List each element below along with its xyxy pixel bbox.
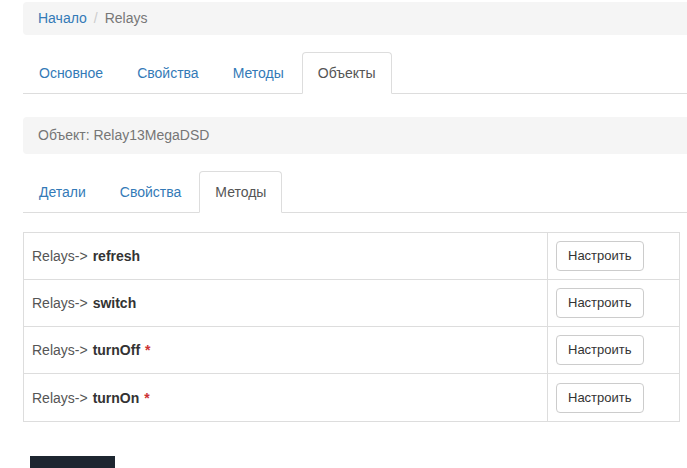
table-row-refresh: Relays-> refresh Настроить bbox=[24, 233, 679, 280]
tab-osnovnoe[interactable]: Основное bbox=[23, 52, 119, 93]
required-marker: * bbox=[144, 390, 149, 406]
main-tab-bar: Основное Свойства Методы Объекты bbox=[23, 52, 687, 94]
table-row-turnon: Relays-> turnOn * Настроить bbox=[24, 374, 679, 421]
tab-svoystva[interactable]: Свойства bbox=[121, 52, 214, 93]
method-object-prefix: Relays-> bbox=[32, 342, 88, 358]
method-cell: Relays-> turnOff * bbox=[24, 327, 547, 373]
tab-metody[interactable]: Методы bbox=[217, 52, 300, 93]
method-cell: Relays-> turnOn * bbox=[24, 374, 547, 421]
table-row-switch: Relays-> switch Настроить bbox=[24, 280, 679, 327]
subtab-svoystva[interactable]: Свойства bbox=[104, 171, 197, 212]
table-row-turnoff: Relays-> turnOff * Настроить bbox=[24, 327, 679, 374]
object-sub-tab-bar: Детали Свойства Методы bbox=[23, 171, 687, 213]
page: Начало/Relays Основное Свойства Методы О… bbox=[0, 0, 687, 468]
method-cell: Relays-> switch bbox=[24, 280, 547, 326]
breadcrumb: Начало/Relays bbox=[23, 2, 687, 35]
breadcrumb-home-link[interactable]: Начало bbox=[38, 10, 87, 26]
configure-button-turnon[interactable]: Настроить bbox=[556, 383, 644, 413]
configure-button-refresh[interactable]: Настроить bbox=[556, 241, 644, 271]
method-name: turnOn bbox=[93, 390, 140, 406]
tab-obekty-active[interactable]: Объекты bbox=[302, 52, 392, 94]
breadcrumb-separator: / bbox=[94, 10, 98, 26]
action-cell: Настроить bbox=[547, 327, 679, 373]
method-name: turnOff bbox=[93, 342, 140, 358]
action-cell: Настроить bbox=[547, 233, 679, 279]
required-marker: * bbox=[145, 342, 150, 358]
subtab-metody-active[interactable]: Методы bbox=[199, 171, 282, 213]
method-object-prefix: Relays-> bbox=[32, 295, 88, 311]
method-cell: Relays-> refresh bbox=[24, 233, 547, 279]
subtab-detali[interactable]: Детали bbox=[23, 171, 102, 212]
method-object-prefix: Relays-> bbox=[32, 390, 88, 406]
footer-bar-fragment bbox=[30, 456, 115, 468]
configure-button-turnoff[interactable]: Настроить bbox=[556, 335, 644, 365]
methods-table: Relays-> refresh Настроить Relays-> swit… bbox=[23, 232, 680, 422]
method-name: switch bbox=[93, 295, 137, 311]
configure-button-switch[interactable]: Настроить bbox=[556, 288, 644, 318]
breadcrumb-current: Relays bbox=[105, 10, 148, 26]
method-object-prefix: Relays-> bbox=[32, 248, 88, 264]
object-panel-heading: Объект: Relay13MegaDSD bbox=[23, 117, 687, 154]
method-name: refresh bbox=[93, 248, 140, 264]
action-cell: Настроить bbox=[547, 280, 679, 326]
action-cell: Настроить bbox=[547, 374, 679, 421]
